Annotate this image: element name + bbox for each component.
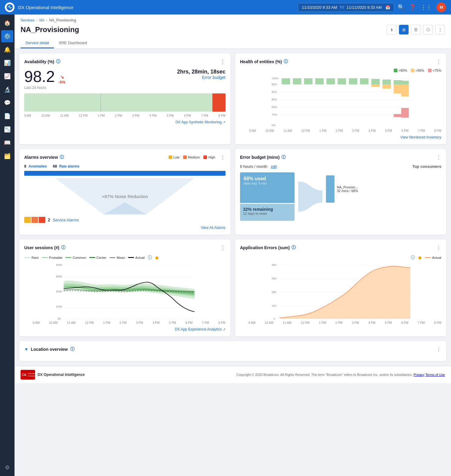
svg-rect-35 [401,108,409,118]
availability-info-icon[interactable]: ⓘ [56,59,60,64]
sidebar-item-trending[interactable]: 📉 [1,123,13,135]
breadcrumb-na[interactable]: NA [39,18,44,22]
legend-mean: Mean [110,256,125,259]
svg-text:A Broadcom: A Broadcom [28,373,38,374]
view-all-alarms: View All Alarms [24,225,226,230]
errors-more-icon[interactable]: ⋮ [436,244,441,251]
anomalies-label[interactable]: Anomalies [28,164,47,168]
raw-alarms-count: 68 Raw alarms [53,164,81,168]
error-budget-more-icon[interactable]: ⋮ [436,154,441,161]
error-budget-info-icon[interactable]: ⓘ [281,155,286,160]
alarms-card: Alarms overview ⓘ Low Medium [19,149,230,235]
errors-circle-icon[interactable]: ⓘ [411,255,415,260]
raw-alarms-bar [24,171,226,176]
location-info-icon[interactable]: ⓘ [70,347,74,352]
content-grid: Availability (%) ⓘ ⋮ 98.2 ↘ -5% [15,49,451,366]
sidebar-item-config[interactable]: ⚙ [1,461,13,474]
svg-text:20K: 20K [272,291,277,294]
breadcrumb-services[interactable]: Services [21,18,35,22]
alarm-legend-medium: Medium [183,155,200,159]
availability-card-header: Availability (%) ⓘ ⋮ [24,58,226,65]
sidebar-item-home[interactable]: 🏠 [1,17,13,29]
sidebar-item-book[interactable]: 📖 [1,137,13,149]
nav-icons: 🔍 ❓ ⋮⋮ M [398,2,446,12]
alarms-more-icon[interactable]: ⋮ [220,154,226,161]
sessions-link: DX App Experience Analytics ↗ [24,327,226,331]
alarms-info-icon[interactable]: ⓘ [60,155,64,160]
sidebar-item-dashboard[interactable]: ⚙️ [1,30,13,42]
grid-view-button[interactable]: ⊞ [399,25,409,34]
date-range-picker[interactable]: 11/10/2020 9:33 AM TO 11/11/2020 9:33 AM… [298,3,394,12]
sidebar-item-bar[interactable]: 📈 [1,70,13,82]
errors-info-icon[interactable]: ⓘ [291,245,296,250]
synthetic-monitoring-link[interactable]: DX App Synthetic Monitoring [176,120,222,124]
errors-diamond-icon[interactable]: ◆ [418,255,422,260]
page-title: NA_Provisioning [21,25,79,34]
health-chart-link: View Monitored Inventory [240,135,441,139]
info-button[interactable]: ℹ [387,25,397,34]
health-more-icon[interactable]: ⋮ [436,58,441,65]
legend-center: Center [89,256,107,259]
alarm-dot-medium [183,155,187,159]
location-more-icon[interactable]: ⋮ [436,346,441,353]
search-icon[interactable]: 🔍 [398,4,404,11]
help-icon[interactable]: ❓ [409,4,416,11]
severity-bar [24,217,45,223]
health-dot-lt75 [428,69,432,72]
more-button[interactable]: ⋮ [435,25,445,34]
health-legend-gt95: >95% [394,69,407,72]
breadcrumb-current: NA_Provisioning [49,18,76,22]
sidebar-item-file[interactable]: 📄 [1,110,13,122]
user-avatar[interactable]: M [436,2,446,12]
availability-chart-container: 9 AM10 AM11 AM12 PM1 PM2 PM3 PM4 PM5 PM6… [24,93,226,124]
budget-consumer-bar [326,175,334,203]
health-chart: 100% 95% 90% 85% 80% 75% 0% [240,75,441,129]
sidebar-item-chart[interactable]: 📊 [1,57,13,69]
sessions-diamond-icon[interactable]: ◆ [155,255,159,260]
health-info-icon[interactable]: ⓘ [284,59,288,64]
tree-view-button[interactable]: ⬡ [423,25,433,34]
severity-low [24,217,31,223]
collapse-icon[interactable]: ▼ [24,347,28,352]
sessions-title: User sessions (#) ⓘ [24,245,65,250]
svg-text:90%: 90% [272,90,277,93]
sidebar-item-layers[interactable]: 🗂️ [1,150,13,162]
svg-text:0%: 0% [272,124,276,127]
budget-edit-link[interactable]: edit [271,165,277,169]
list-view-button[interactable]: ☰ [411,25,421,34]
sidebar-item-chat[interactable]: 💬 [1,97,13,109]
availability-value: 98.2 ↘ -5% [24,69,65,84]
sessions-circle-icon[interactable]: ⓘ [148,255,152,260]
alarm-legend-high: High [203,155,215,159]
availability-number: 98.2 [24,69,55,84]
sidebar-item-microscope[interactable]: 🔬 [1,83,13,96]
errors-legend: ⓘ ◆ Actual [240,255,441,260]
budget-period-row: 6 hours / month edit [240,164,277,169]
availability-more-icon[interactable]: ⋮ [220,58,226,65]
service-alarms-link[interactable]: Service Alarms [53,218,79,222]
terms-link[interactable]: Terms of Use [425,373,445,377]
budget-used-pct: 68% used [244,176,291,181]
error-budget-header: Error budget (mins) ⓘ ⋮ [240,154,441,161]
page-title-row: NA_Provisioning ℹ ⊞ ☰ ⬡ ⋮ [21,25,445,34]
calendar-icon: 📅 [385,5,390,10]
experience-analytics-link[interactable]: DX App Experience Analytics [175,327,222,331]
svg-rect-28 [394,80,402,84]
availability-x-labels: 9 AM10 AM11 AM12 PM1 PM2 PM3 PM4 PM5 PM6… [24,114,226,117]
sessions-more-icon[interactable]: ⋮ [220,244,226,251]
tab-sre-dashboard[interactable]: SRE Dashboard [54,38,92,48]
alarms-header-right: Low Medium High ⋮ [169,154,226,161]
sessions-legend: Rare Probable Common Center [24,255,226,260]
sidebar-item-settings[interactable]: 🔔 [1,44,13,56]
raw-alarms-label[interactable]: Raw alarms [59,164,79,168]
view-all-alarms-link[interactable]: View All Alarms [201,226,226,230]
apps-icon[interactable]: ⋮⋮ [421,4,432,11]
svg-rect-26 [371,79,380,84]
monitored-inventory-link[interactable]: View Monitored Inventory [400,135,441,139]
tab-service-detail[interactable]: Service detail [21,38,54,48]
svg-rect-3 [212,93,226,112]
svg-rect-25 [360,78,369,84]
sessions-info-icon[interactable]: ⓘ [61,245,65,250]
privacy-link[interactable]: Privacy [413,373,424,377]
svg-rect-31 [383,84,391,89]
